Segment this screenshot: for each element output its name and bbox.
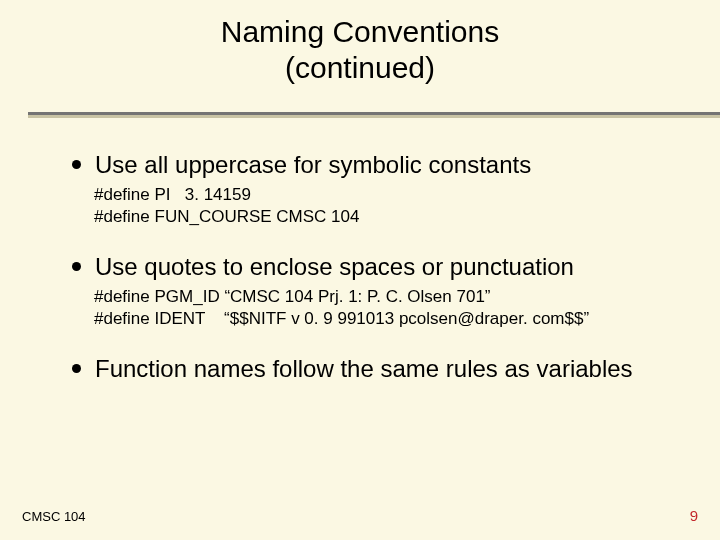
bullet-text: Function names follow the same rules as … bbox=[95, 354, 633, 384]
title-divider bbox=[28, 112, 720, 118]
bullet-item: Use quotes to enclose spaces or punctuat… bbox=[72, 252, 680, 282]
bullet-item: Use all uppercase for symbolic constants bbox=[72, 150, 680, 180]
footer-left: CMSC 104 bbox=[22, 509, 86, 524]
bullet-dot-icon bbox=[72, 262, 81, 271]
bullet-item: Function names follow the same rules as … bbox=[72, 354, 680, 384]
slide-body: Use all uppercase for symbolic constants… bbox=[72, 144, 680, 384]
slide: Naming Conventions (continued) Use all u… bbox=[0, 0, 720, 540]
code-sample: #define PI 3. 14159 #define FUN_COURSE C… bbox=[94, 184, 680, 228]
slide-title: Naming Conventions (continued) bbox=[0, 0, 720, 86]
bullet-dot-icon bbox=[72, 160, 81, 169]
bullet-text: Use quotes to enclose spaces or punctuat… bbox=[95, 252, 574, 282]
slide-number: 9 bbox=[690, 507, 698, 524]
title-line-1: Naming Conventions bbox=[221, 15, 499, 48]
bullet-text: Use all uppercase for symbolic constants bbox=[95, 150, 531, 180]
bullet-dot-icon bbox=[72, 364, 81, 373]
title-line-2: (continued) bbox=[285, 51, 435, 84]
code-sample: #define PGM_ID “CMSC 104 Prj. 1: P. C. O… bbox=[94, 286, 680, 330]
